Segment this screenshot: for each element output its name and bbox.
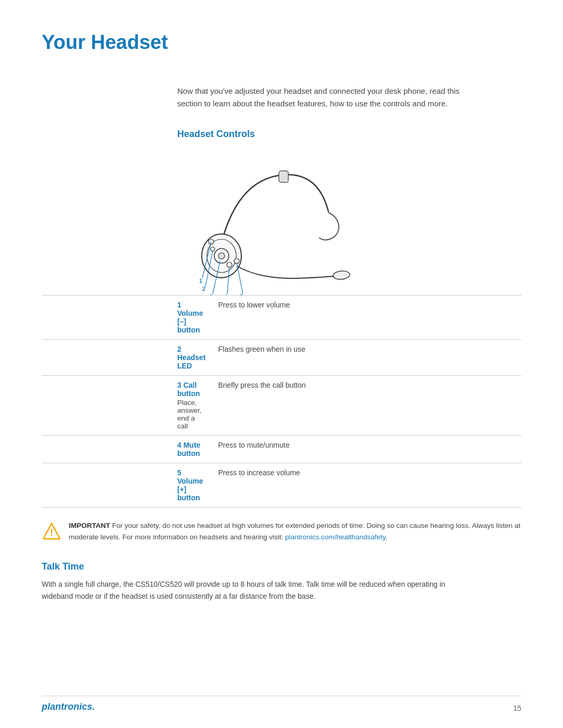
footer-page-number: 15 [513,704,521,712]
controls-label-cell-3: 3 Call buttonPlace, answer, end a call [42,376,212,436]
svg-point-6 [227,262,232,267]
svg-point-3 [218,253,225,259]
controls-label-5: 5 Volume [+] button [177,468,203,502]
controls-desc-4: Press to mute/unmute [212,436,521,463]
controls-label-1: 1 Volume [–] button [177,301,203,334]
page: Your Headset Now that you've adjusted yo… [0,0,563,728]
controls-sub-3: Place, answer, end a call [177,399,205,430]
controls-label-cell-4: 4 Mute button [42,436,212,463]
svg-rect-9 [279,171,288,182]
svg-text:1: 1 [199,278,202,284]
controls-row-4: 4 Mute buttonPress to mute/unmute [42,436,521,463]
controls-label-4: 4 Mute button [177,441,200,458]
talk-time-title: Talk Time [42,561,521,572]
controls-row-3: 3 Call buttonPlace, answer, end a callBr… [42,376,521,436]
headset-controls-title: Headset Controls [177,129,521,140]
controls-label-2: 2 Headset LED [177,345,205,370]
controls-desc-1: Press to lower volume [212,295,521,340]
controls-row-5: 5 Volume [+] buttonPress to increase vol… [42,463,521,508]
controls-label-cell-5: 5 Volume [+] button [42,463,212,508]
svg-text:3: 3 [210,293,213,295]
headset-diagram: 1 2 3 4 5 [177,149,354,295]
controls-desc-2: Flashes green when in use [212,340,521,376]
controls-desc-3: Briefly press the call button [212,376,521,436]
important-link[interactable]: plantronics.com/healthandsafety [285,533,386,541]
svg-text:2: 2 [202,286,205,292]
important-bold: IMPORTANT [69,522,110,529]
talk-time-text: With a single full charge, the CS510/CS5… [42,578,469,602]
svg-text:5: 5 [240,293,243,295]
controls-label-cell-2: 2 Headset LED [42,340,212,376]
svg-point-8 [333,270,350,280]
controls-row-1: 1 Volume [–] buttonPress to lower volume [42,295,521,340]
headset-illustration: 1 2 3 4 5 [177,149,354,295]
warning-icon: ! [42,521,62,541]
footer-logo: plantronics. [42,701,95,712]
svg-text:!: ! [50,527,53,538]
page-title: Your Headset [42,31,521,54]
controls-label-3: 3 Call button [177,381,200,398]
controls-table: 1 Volume [–] buttonPress to lower volume… [42,295,521,508]
important-box: ! IMPORTANT For your safety, do not use … [42,520,521,542]
intro-text: Now that you've adjusted your headset an… [177,85,480,110]
controls-row-2: 2 Headset LEDFlashes green when in use [42,340,521,376]
controls-label-cell-1: 1 Volume [–] button [42,295,212,340]
important-warning-text: IMPORTANT For your safety, do not use he… [69,520,521,542]
svg-point-5 [211,247,215,251]
footer: plantronics. 15 [42,696,521,712]
svg-text:4: 4 [224,293,228,295]
controls-desc-5: Press to increase volume [212,463,521,508]
